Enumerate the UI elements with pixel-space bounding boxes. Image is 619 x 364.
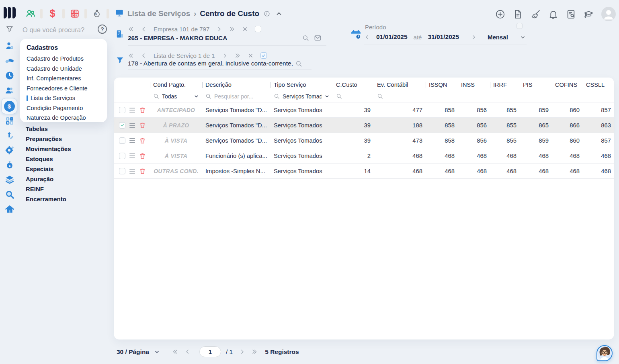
collapse-icon[interactable] (275, 10, 283, 17)
sidebar-item-estoques[interactable]: Estoques (26, 154, 71, 164)
layers-icon[interactable] (5, 175, 14, 184)
clear-company-icon[interactable] (242, 26, 248, 32)
period-start-date[interactable]: 01/01/2025 (376, 33, 408, 41)
prev-period-icon[interactable] (364, 34, 370, 40)
row-checkbox[interactable] (119, 168, 125, 174)
per-page-caret-icon[interactable] (154, 349, 160, 355)
col-irrf[interactable]: IRRF (490, 82, 520, 88)
service-checkbox[interactable] (260, 52, 267, 59)
tutorial-icon[interactable] (584, 9, 594, 19)
search-icon[interactable] (153, 93, 159, 99)
delete-icon[interactable] (139, 137, 146, 144)
menu-item-condicao-pagamento[interactable]: Condição Pagamento (27, 103, 100, 113)
delete-icon[interactable] (139, 122, 146, 129)
row-menu-icon[interactable] (129, 108, 135, 112)
help-icon[interactable] (98, 25, 107, 34)
menu-item-cadastro-produtos[interactable]: Cadastro de Produtos (27, 54, 100, 64)
page-number-input[interactable] (199, 346, 221, 357)
last-service-icon[interactable] (235, 53, 241, 59)
trend-up-icon[interactable] (5, 131, 14, 141)
search-input[interactable] (23, 24, 94, 35)
caret-down-icon[interactable] (194, 94, 199, 99)
table-row[interactable]: À VISTA Funcionário (s) aplica... Serviç… (114, 148, 614, 164)
document-icon[interactable] (513, 9, 523, 19)
next-service-icon[interactable] (222, 53, 228, 59)
col-ev-contabil[interactable]: Ev. Contábil (374, 82, 426, 88)
period-mode-select[interactable]: Mensal (488, 34, 508, 41)
sidebar-item-preparacoes[interactable]: Preparações (26, 134, 71, 144)
company-checkbox[interactable] (255, 26, 261, 32)
broom-icon[interactable] (531, 9, 541, 19)
search-rail-icon[interactable] (5, 190, 14, 199)
menu-item-fornecedores-cliente[interactable]: Fornecedores e Cliente (27, 84, 100, 94)
table-row[interactable]: ANTECIPADO Serviços Tomados "D... Serviç… (114, 102, 614, 118)
period-checkbox[interactable] (517, 23, 523, 29)
row-menu-icon[interactable] (129, 169, 135, 174)
clear-service-icon[interactable] (248, 53, 254, 59)
col-cofins[interactable]: COFINS (552, 82, 583, 88)
sidebar-item-encerramento[interactable]: Encerramento (26, 194, 71, 204)
prev-company-icon[interactable] (141, 26, 147, 32)
company-mail-icon[interactable] (314, 34, 322, 42)
next-page-icon[interactable] (239, 349, 245, 355)
sidebar-item-apuracao[interactable]: Apuração (26, 174, 71, 184)
menu-item-lista-servicos-active[interactable]: Lista de Serviços (27, 93, 100, 103)
people-icon[interactable] (25, 8, 36, 19)
user-settings-icon[interactable] (5, 41, 14, 51)
search-icon[interactable] (205, 93, 211, 99)
dollar-icon[interactable] (47, 8, 58, 19)
table-row[interactable]: À VISTA Serviços Tomados "D... Serviços … (114, 133, 614, 148)
table-row[interactable]: OUTRAS COND. Impostos -Simples N... Serv… (114, 164, 614, 179)
row-checkbox[interactable] (119, 137, 125, 144)
menu-item-natureza-operacao[interactable]: Natureza de Operação (27, 113, 100, 123)
app-logo[interactable] (4, 7, 16, 18)
service-search-icon[interactable] (295, 60, 302, 67)
col-issqn[interactable]: ISSQN (426, 82, 458, 88)
audit-log-icon[interactable] (566, 9, 576, 19)
service-name[interactable]: 178 - Abertura de contas em geral, inclu… (128, 60, 293, 67)
next-company-icon[interactable] (216, 26, 222, 32)
col-pis[interactable]: PIS (520, 82, 552, 88)
info-icon[interactable] (264, 10, 270, 17)
money-bag-rail-icon[interactable]: $ (5, 160, 14, 170)
row-checkbox-checked[interactable] (119, 122, 125, 129)
sidebar-item-movimentacoes[interactable]: Movimentações (26, 144, 71, 154)
settings-gear-icon[interactable] (5, 145, 14, 155)
row-checkbox[interactable] (119, 107, 125, 113)
company-search-icon[interactable] (302, 35, 309, 41)
prev-service-icon[interactable] (141, 53, 147, 59)
users-icon[interactable] (5, 86, 14, 95)
filter-icon[interactable] (6, 25, 14, 33)
col-cond-pagto[interactable]: Cond Pagto. (150, 82, 202, 88)
tipo-servico-select[interactable]: Serviços Tomado (283, 93, 322, 100)
money-bag-icon[interactable] (91, 8, 102, 19)
period-end-date[interactable]: 31/01/2025 (428, 33, 459, 41)
col-tipo-servico[interactable]: Tipo Serviço (271, 82, 333, 88)
next-period-icon[interactable] (471, 34, 477, 40)
col-descricao[interactable]: Descrição (202, 82, 271, 88)
user-avatar[interactable] (601, 7, 616, 21)
sidebar-item-tabelas[interactable]: Tabelas (26, 124, 71, 134)
period-mode-caret-icon[interactable] (520, 34, 526, 40)
calc-grid-icon[interactable] (5, 116, 14, 126)
row-menu-icon[interactable] (129, 123, 135, 128)
first-service-icon[interactable] (128, 53, 134, 59)
prev-page-icon[interactable] (184, 349, 191, 355)
sidebar-item-reinf[interactable]: REINF (26, 184, 71, 194)
col-inss[interactable]: INSS (458, 82, 490, 88)
home-icon[interactable] (5, 204, 14, 214)
menu-item-cadastro-unidade[interactable]: Cadastro de Unidade (27, 64, 100, 74)
handshake-icon[interactable] (5, 56, 14, 65)
row-menu-icon[interactable] (129, 153, 135, 158)
finance-icon-active[interactable] (1, 98, 17, 114)
descricao-search-input[interactable] (214, 93, 267, 100)
last-page-icon[interactable] (252, 349, 258, 355)
caret-down-icon[interactable] (324, 94, 330, 99)
clock-icon[interactable] (5, 71, 14, 80)
table-row-selected[interactable]: À PRAZO Serviços Tomados "D... Serviços … (114, 118, 614, 133)
add-icon[interactable] (495, 9, 505, 19)
bell-icon[interactable] (548, 9, 558, 19)
first-page-icon[interactable] (172, 349, 178, 355)
sidebar-item-especiais[interactable]: Especiais (26, 164, 71, 174)
row-menu-icon[interactable] (129, 138, 135, 143)
